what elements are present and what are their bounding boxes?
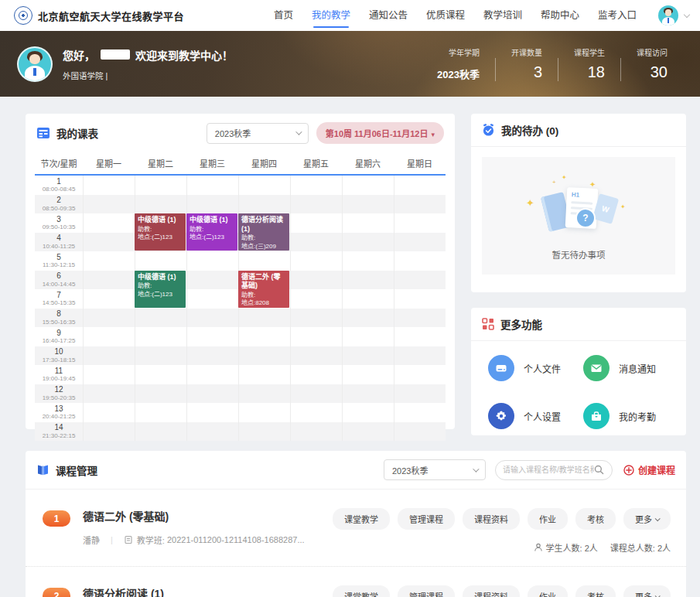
nav-item-5[interactable]: 帮助中心 <box>541 0 579 31</box>
timetable-cell[interactable] <box>290 271 342 290</box>
timetable-cell[interactable] <box>290 195 342 214</box>
timetable-cell[interactable] <box>290 346 342 366</box>
course-search[interactable] <box>495 460 613 480</box>
course-action-0[interactable]: 课堂教学 <box>333 585 390 597</box>
timetable-cell[interactable] <box>83 384 135 404</box>
timetable-cell[interactable] <box>290 365 342 384</box>
timetable-cell[interactable] <box>135 251 186 271</box>
timetable-cell[interactable] <box>394 327 446 346</box>
timetable-cell[interactable] <box>290 251 342 271</box>
course-action-0[interactable]: 课堂教学 <box>333 508 390 530</box>
course-action-1[interactable]: 管理课程 <box>398 585 455 597</box>
timetable-cell[interactable] <box>186 251 238 271</box>
timetable-cell[interactable] <box>342 176 394 195</box>
course-action-5[interactable]: 更多 <box>623 585 671 597</box>
more-item-3[interactable]: 我的考勤 <box>583 403 678 429</box>
timetable-cell[interactable] <box>394 384 446 404</box>
timetable-cell[interactable] <box>83 213 135 233</box>
timetable-cell[interactable] <box>83 365 135 384</box>
timetable-cell[interactable] <box>394 403 446 422</box>
timetable-cell[interactable] <box>186 365 238 384</box>
timetable-event[interactable]: 德语二外 (零基础) 助教: 地点:8208 <box>238 271 289 308</box>
course-action-1[interactable]: 管理课程 <box>398 508 455 530</box>
timetable-cell[interactable] <box>135 309 186 328</box>
more-item-0[interactable]: 个人文件 <box>488 355 583 381</box>
timetable-cell[interactable] <box>290 384 342 404</box>
more-item-1[interactable]: 消息通知 <box>583 355 678 381</box>
timetable-cell[interactable] <box>394 195 446 214</box>
timetable-cell[interactable] <box>186 271 238 290</box>
timetable-cell[interactable] <box>394 176 446 195</box>
course-action-2[interactable]: 课程资料 <box>463 508 520 530</box>
timetable-cell[interactable] <box>186 384 238 404</box>
timetable-cell[interactable] <box>83 195 135 214</box>
timetable-cell[interactable] <box>394 365 446 384</box>
timetable-cell[interactable] <box>394 233 446 252</box>
timetable-cell[interactable] <box>342 384 394 404</box>
nav-item-1[interactable]: 我的教学 <box>312 0 350 31</box>
course-title[interactable]: 德语二外 (零基础) <box>83 508 330 524</box>
timetable-cell[interactable] <box>394 251 446 271</box>
timetable-cell[interactable] <box>186 327 238 346</box>
nav-item-6[interactable]: 监考入口 <box>598 0 637 31</box>
timetable-cell[interactable] <box>83 422 135 442</box>
timetable-cell[interactable] <box>238 422 290 442</box>
timetable-cell[interactable] <box>342 365 394 384</box>
timetable-cell[interactable] <box>342 213 394 233</box>
timetable-cell[interactable] <box>186 422 238 442</box>
course-search-input[interactable] <box>503 466 594 474</box>
timetable-cell[interactable] <box>394 309 446 328</box>
timetable-cell[interactable] <box>238 309 290 328</box>
timetable-cell[interactable] <box>238 195 290 214</box>
timetable-cell[interactable] <box>83 271 135 290</box>
timetable-cell[interactable] <box>342 251 394 271</box>
more-item-2[interactable]: 个人设置 <box>488 403 583 429</box>
timetable-cell[interactable] <box>83 233 135 252</box>
course-action-5[interactable]: 更多 <box>623 508 671 530</box>
timetable-event[interactable]: 中级德语 (1) 助教: 地点:(二)123 <box>135 213 186 251</box>
week-selector[interactable]: 第10周 11月06日-11月12日▾ <box>316 122 444 144</box>
timetable-cell[interactable] <box>342 403 394 422</box>
timetable-cell[interactable] <box>342 233 394 252</box>
timetable-cell[interactable] <box>135 384 186 404</box>
course-action-3[interactable]: 作业 <box>528 508 568 530</box>
timetable-cell[interactable] <box>290 213 342 233</box>
timetable-cell[interactable] <box>238 384 290 404</box>
nav-item-4[interactable]: 教学培训 <box>483 0 522 31</box>
timetable-cell[interactable] <box>342 195 394 214</box>
timetable-cell[interactable] <box>83 176 135 195</box>
course-title[interactable]: 德语分析阅读 (1) <box>83 585 330 597</box>
timetable-cell[interactable] <box>83 289 135 309</box>
user-menu-chevron-icon[interactable] <box>684 11 690 17</box>
timetable-cell[interactable] <box>290 422 342 442</box>
nav-item-2[interactable]: 通知公告 <box>369 0 408 31</box>
timetable-cell[interactable] <box>135 327 186 346</box>
timetable-cell[interactable] <box>290 233 342 252</box>
course-action-2[interactable]: 课程资料 <box>463 585 520 597</box>
courses-term-select[interactable]: 2023秋季 <box>384 459 486 480</box>
timetable-cell[interactable] <box>83 403 135 422</box>
timetable-cell[interactable] <box>186 176 238 195</box>
timetable-cell[interactable] <box>238 403 290 422</box>
timetable-cell[interactable] <box>186 195 238 214</box>
timetable-cell[interactable] <box>238 346 290 366</box>
timetable-cell[interactable] <box>135 176 186 195</box>
timetable-cell[interactable] <box>186 309 238 328</box>
timetable-cell[interactable] <box>135 422 186 442</box>
timetable-cell[interactable] <box>394 289 446 309</box>
timetable-cell[interactable] <box>135 346 186 366</box>
user-avatar[interactable] <box>658 5 678 26</box>
nav-item-3[interactable]: 优质课程 <box>426 0 465 31</box>
timetable-cell[interactable] <box>290 176 342 195</box>
timetable-cell[interactable] <box>394 271 446 290</box>
timetable-cell[interactable] <box>290 327 342 346</box>
timetable-event[interactable]: 德语分析阅读 (1) 助教: 地点:(三)209 <box>238 213 289 251</box>
timetable-cell[interactable] <box>135 195 186 214</box>
timetable-cell[interactable] <box>290 289 342 309</box>
timetable-cell[interactable] <box>83 309 135 328</box>
course-action-4[interactable]: 考核 <box>575 585 616 597</box>
timetable-cell[interactable] <box>238 251 290 271</box>
timetable-event[interactable]: 中级德语 (1) 助教: 地点:(二)123 <box>186 213 237 251</box>
timetable-cell[interactable] <box>342 422 394 442</box>
timetable-cell[interactable] <box>342 309 394 328</box>
